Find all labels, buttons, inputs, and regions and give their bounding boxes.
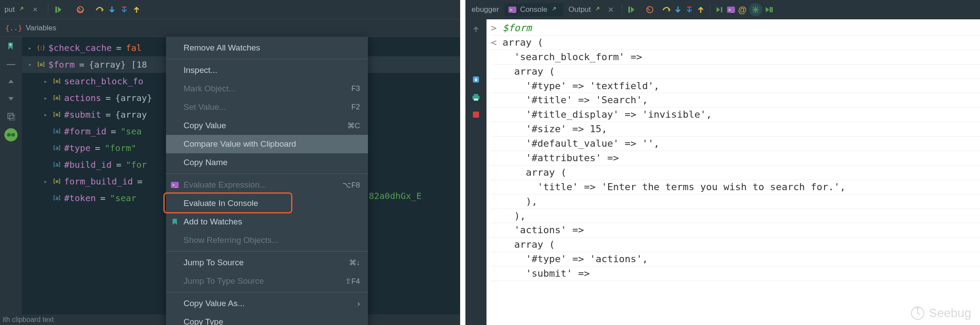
menu-shortcut: F3 xyxy=(351,84,360,93)
menu-item[interactable]: Copy Type xyxy=(166,313,368,325)
type-badge-icon: [≡] xyxy=(51,77,62,86)
run-to-cursor-icon[interactable] xyxy=(715,5,724,14)
menu-shortcut: ⌥F8 xyxy=(342,181,360,190)
svg-text:>_: >_ xyxy=(728,7,734,13)
stop-icon[interactable] xyxy=(645,5,655,14)
svg-rect-10 xyxy=(628,7,630,13)
console-output-line: '#title_display' => 'invisible', xyxy=(490,108,980,122)
type-badge-icon: {:} xyxy=(35,43,47,52)
expand-arrow-icon[interactable]: ▸ xyxy=(26,44,33,51)
expand-arrow-icon[interactable]: ▸ xyxy=(42,178,49,185)
console-output-line: array ( xyxy=(490,65,980,79)
step-over-icon[interactable] xyxy=(95,5,104,14)
menu-item[interactable]: Evaluate In Console xyxy=(166,194,368,213)
menu-item[interactable]: Compare Value with Clipboard xyxy=(166,135,368,153)
console-output-line: '#size' => 15, xyxy=(490,122,980,137)
stop-red-icon[interactable] xyxy=(470,109,482,120)
seebug-watermark: Seebug xyxy=(910,306,971,321)
force-step-into-icon[interactable] xyxy=(685,5,694,14)
menu-item[interactable]: Copy Value As...› xyxy=(166,294,368,313)
type-badge-icon: [a] xyxy=(51,160,62,169)
console-output-line: '#attributes' => xyxy=(490,151,980,166)
sunglasses-icon[interactable] xyxy=(4,128,18,141)
menu-item[interactable]: Jump To Source⌘↓ xyxy=(166,253,368,272)
tab-output-partial[interactable]: put ✕ xyxy=(3,3,43,16)
menu-item-label: Set Value... xyxy=(184,102,226,112)
pause-icon[interactable] xyxy=(764,5,774,14)
submenu-arrow-icon: › xyxy=(357,299,360,308)
expand-arrow-icon[interactable]: ▸ xyxy=(42,78,49,85)
tab-console[interactable]: >_ Console xyxy=(504,3,563,16)
up-icon[interactable] xyxy=(470,24,482,35)
menu-item[interactable]: Inspect... xyxy=(166,61,368,79)
variables-header: {..} Variables xyxy=(0,19,460,37)
expand-arrow-icon[interactable]: ▸ xyxy=(42,94,49,101)
var-name: #type xyxy=(64,143,90,153)
console-input-line[interactable]: > $form xyxy=(490,21,980,36)
collapse-icon[interactable]: — xyxy=(5,58,17,69)
right-gutter xyxy=(465,19,486,325)
menu-item: Jump To Type Source⇧F4 xyxy=(166,272,368,290)
var-name: #form_id xyxy=(64,126,106,137)
download-icon[interactable] xyxy=(470,74,482,85)
var-name: $form xyxy=(48,59,75,70)
bookmark-add-icon[interactable]: + xyxy=(5,40,17,52)
tab-output[interactable]: Output ✕ xyxy=(565,3,617,16)
stack-icon[interactable] xyxy=(5,111,17,122)
svg-text:>_: >_ xyxy=(510,7,515,13)
svg-text:>_: >_ xyxy=(172,183,177,188)
var-name: actions xyxy=(64,93,101,103)
at-icon[interactable]: @ xyxy=(738,5,747,14)
menu-item[interactable]: Remove All Watches xyxy=(166,39,368,57)
menu-item[interactable]: Copy Name xyxy=(166,153,368,172)
menu-shortcut: ⇧F4 xyxy=(345,277,360,286)
context-menu[interactable]: Remove All WatchesInspect...Mark Object.… xyxy=(166,37,368,325)
printer-icon[interactable] xyxy=(470,91,482,103)
expand-arrow-icon[interactable]: ▾ xyxy=(26,61,33,68)
console-output[interactable]: > $form< array ( 'search_block_form' => … xyxy=(486,19,980,325)
menu-item-label: Show Referring Objects... xyxy=(184,235,278,245)
popout-icon[interactable] xyxy=(550,5,560,14)
triangle-up-icon[interactable] xyxy=(5,76,17,87)
console-output-line: array ( xyxy=(490,238,980,252)
starburst-icon[interactable] xyxy=(749,3,762,16)
eval-icon[interactable]: >_ xyxy=(726,5,736,14)
svg-rect-24 xyxy=(474,98,478,101)
var-name: $check_cache xyxy=(48,43,112,53)
step-over-icon[interactable] xyxy=(662,5,671,14)
var-name: #token xyxy=(64,193,96,203)
menu-item-label: Jump To Type Source xyxy=(184,276,264,286)
menu-item: Set Value...F2 xyxy=(166,98,368,116)
popout-icon[interactable] xyxy=(594,5,603,14)
expand-arrow-icon[interactable]: ▸ xyxy=(42,111,49,118)
svg-text:+: + xyxy=(9,42,12,48)
menu-item[interactable]: Add to Watches xyxy=(166,213,368,231)
resume-icon[interactable] xyxy=(627,5,636,14)
step-into-icon[interactable] xyxy=(673,5,683,14)
svg-rect-20 xyxy=(771,7,773,12)
menu-item-label: Mark Object... xyxy=(184,84,235,94)
menu-item: >_Evaluate Expression...⌥F8 xyxy=(166,176,368,194)
type-badge-icon: [≡] xyxy=(51,110,62,119)
tab-debugger[interactable]: ebugger xyxy=(468,4,502,16)
popout-icon[interactable] xyxy=(18,5,27,14)
step-out-icon[interactable] xyxy=(696,5,706,14)
triangle-down-icon[interactable] xyxy=(5,93,17,105)
force-step-into-icon[interactable] xyxy=(119,5,129,14)
var-name: #build_id xyxy=(64,159,112,170)
close-icon[interactable]: ✕ xyxy=(30,6,41,14)
menu-item: Mark Object...F3 xyxy=(166,79,368,98)
close-icon[interactable]: ✕ xyxy=(606,5,614,14)
type-badge-icon: [a] xyxy=(51,194,62,202)
step-into-icon[interactable] xyxy=(107,5,117,14)
menu-item[interactable]: Copy Value⌘C xyxy=(166,116,368,135)
menu-item-label: Evaluate Expression... xyxy=(184,180,267,190)
menu-shortcut: ⌘↓ xyxy=(349,258,360,267)
stop-icon[interactable] xyxy=(76,5,85,14)
step-out-icon[interactable] xyxy=(132,5,141,14)
left-debug-toolbar: put ✕ xyxy=(0,0,460,19)
resume-icon[interactable] xyxy=(54,5,63,14)
console-output-line: ), xyxy=(490,209,980,224)
type-badge-icon: [a] xyxy=(51,144,62,152)
type-badge-icon: [≡] xyxy=(51,94,62,102)
